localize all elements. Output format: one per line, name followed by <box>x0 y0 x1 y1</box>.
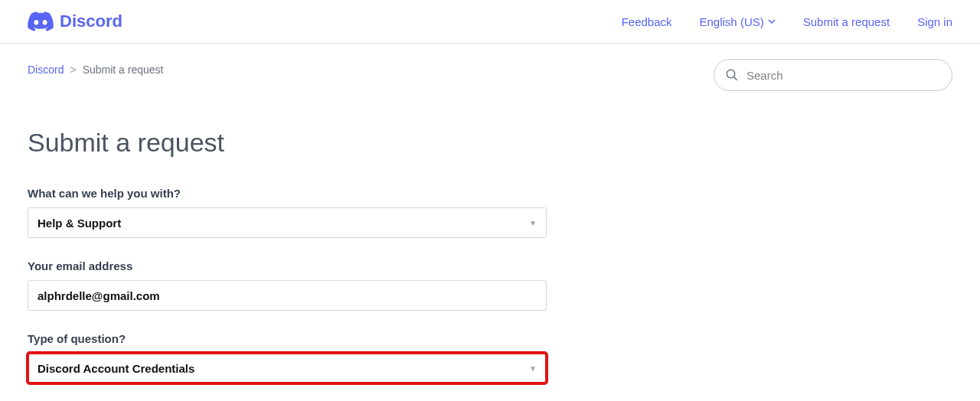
nav: Feedback English (US) Submit a request S… <box>622 15 952 28</box>
type-question-group: Type of question? Discord Account Creden… <box>28 332 554 383</box>
help-with-select[interactable]: Help & Support ▼ <box>28 207 547 238</box>
search-input[interactable] <box>746 69 941 82</box>
breadcrumb: Discord > Submit a request <box>28 64 164 76</box>
help-with-label: What can we help you with? <box>28 187 554 200</box>
subheader: Discord > Submit a request <box>0 44 980 106</box>
help-with-value: Help & Support <box>38 217 121 230</box>
language-selector[interactable]: English (US) <box>700 15 776 28</box>
discord-icon <box>28 11 54 31</box>
email-label: Your email address <box>28 259 554 272</box>
breadcrumb-separator: > <box>70 64 76 76</box>
chevron-down-icon: ▼ <box>529 219 537 227</box>
breadcrumb-root[interactable]: Discord <box>28 64 64 76</box>
email-group: Your email address alphrdelle@gmail.com <box>28 259 554 311</box>
logo-text: Discord <box>60 11 122 31</box>
svg-point-0 <box>727 70 735 78</box>
discord-logo[interactable]: Discord <box>28 11 122 31</box>
search-icon <box>725 68 739 82</box>
header: Discord Feedback English (US) Submit a r… <box>0 0 980 44</box>
chevron-down-icon <box>768 18 776 25</box>
type-question-value: Discord Account Credentials <box>38 362 194 375</box>
type-question-label: Type of question? <box>28 332 554 345</box>
svg-line-1 <box>733 77 737 80</box>
help-with-group: What can we help you with? Help & Suppor… <box>28 187 554 238</box>
email-value: alphrdelle@gmail.com <box>38 289 160 302</box>
page-title: Submit a request <box>28 128 554 158</box>
main-content: Submit a request What can we help you wi… <box>0 106 582 401</box>
search-box[interactable] <box>714 59 952 91</box>
language-text: English (US) <box>700 15 764 28</box>
breadcrumb-current: Submit a request <box>83 64 164 76</box>
signin-link[interactable]: Sign in <box>917 15 952 28</box>
email-field[interactable]: alphrdelle@gmail.com <box>28 280 547 311</box>
feedback-link[interactable]: Feedback <box>622 15 672 28</box>
submit-request-link[interactable]: Submit a request <box>803 15 890 28</box>
chevron-down-icon: ▼ <box>529 364 537 373</box>
type-question-select[interactable]: Discord Account Credentials ▼ <box>28 353 547 383</box>
